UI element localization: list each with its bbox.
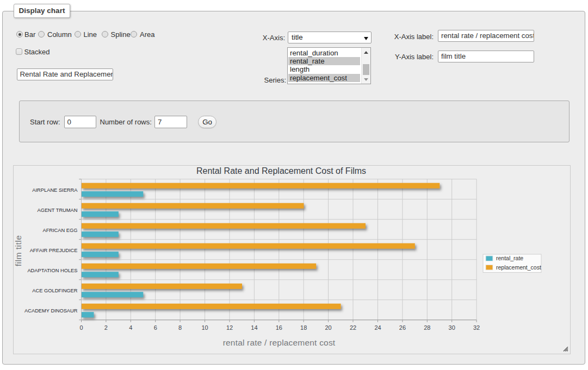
svg-text:14: 14 [251, 324, 257, 331]
svg-text:film title: film title [14, 235, 23, 267]
svg-text:replacement_cost: replacement_cost [496, 264, 541, 271]
svg-text:24: 24 [374, 324, 381, 331]
svg-text:AGENT TRUMAN: AGENT TRUMAN [37, 208, 77, 213]
svg-text:10: 10 [201, 324, 208, 331]
svg-text:ACE GOLDFINGER: ACE GOLDFINGER [32, 288, 77, 293]
svg-text:Rental Rate and Replacement Co: Rental Rate and Replacement Cost of Film… [196, 166, 366, 175]
svg-text:ADAPTATION HOLES: ADAPTATION HOLES [27, 268, 77, 273]
svg-text:20: 20 [325, 324, 331, 331]
svg-text:12: 12 [226, 324, 233, 331]
svg-text:8: 8 [178, 324, 182, 331]
svg-text:2: 2 [104, 324, 108, 331]
svg-text:22: 22 [350, 324, 356, 331]
svg-text:ACADEMY DINOSAUR: ACADEMY DINOSAUR [24, 308, 78, 313]
svg-text:AFFAIR PREJUDICE: AFFAIR PREJUDICE [30, 248, 78, 253]
svg-text:rental rate / replacement cost: rental rate / replacement cost [223, 338, 336, 347]
svg-text:16: 16 [276, 324, 282, 331]
svg-text:6: 6 [154, 324, 157, 331]
svg-text:4: 4 [129, 324, 132, 331]
svg-text:rental_rate: rental_rate [496, 255, 523, 261]
svg-text:18: 18 [300, 324, 307, 331]
svg-text:26: 26 [399, 324, 406, 331]
svg-text:30: 30 [449, 324, 455, 331]
svg-text:AIRPLANE SIERRA: AIRPLANE SIERRA [32, 187, 78, 193]
svg-text:AFRICAN EGG: AFRICAN EGG [42, 228, 77, 233]
svg-text:28: 28 [424, 324, 430, 331]
svg-text:32: 32 [473, 324, 480, 331]
svg-text:0: 0 [79, 324, 83, 331]
